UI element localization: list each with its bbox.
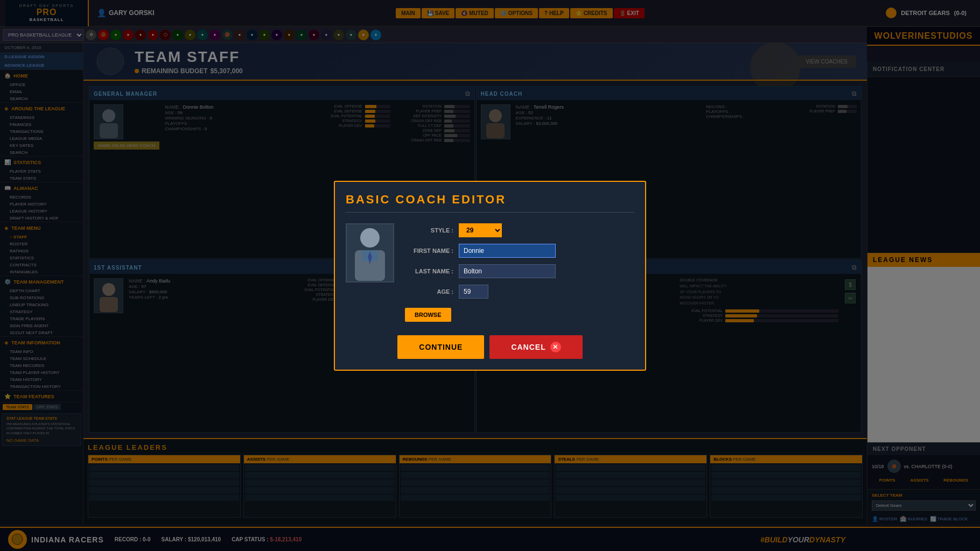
basic-coach-editor-modal: BASIC COACH EDITOR STYLE : 29: [334, 181, 646, 371]
style-select[interactable]: 29: [459, 223, 502, 237]
style-row: STYLE : 29: [405, 223, 634, 237]
age-label: AGE :: [405, 288, 453, 295]
modal-form: STYLE : 29 FIRST NAME : LAST NAME : AGE …: [405, 223, 634, 322]
cancel-x-icon: ✕: [550, 342, 561, 352]
modal-overlay: BASIC COACH EDITOR STYLE : 29: [0, 0, 980, 551]
last-name-label: LAST NAME :: [405, 268, 453, 274]
age-row: AGE :: [405, 285, 634, 299]
first-name-label: FIRST NAME :: [405, 248, 453, 254]
style-label: STYLE :: [405, 227, 453, 234]
continue-button[interactable]: CONTINUE: [397, 335, 484, 359]
last-name-input[interactable]: [459, 264, 556, 278]
coach-photo: [346, 223, 394, 282]
first-name-input[interactable]: [459, 244, 556, 258]
svg-point-14: [360, 228, 380, 248]
age-input[interactable]: [459, 285, 488, 299]
modal-title: BASIC COACH EDITOR: [346, 193, 634, 213]
modal-content: STYLE : 29 FIRST NAME : LAST NAME : AGE …: [346, 223, 634, 322]
cancel-button[interactable]: CANCEL ✕: [489, 335, 582, 359]
browse-button[interactable]: BROWSE: [405, 308, 451, 322]
first-name-row: FIRST NAME :: [405, 244, 634, 258]
last-name-row: LAST NAME :: [405, 264, 634, 278]
modal-buttons: CONTINUE CANCEL ✕: [346, 335, 634, 359]
